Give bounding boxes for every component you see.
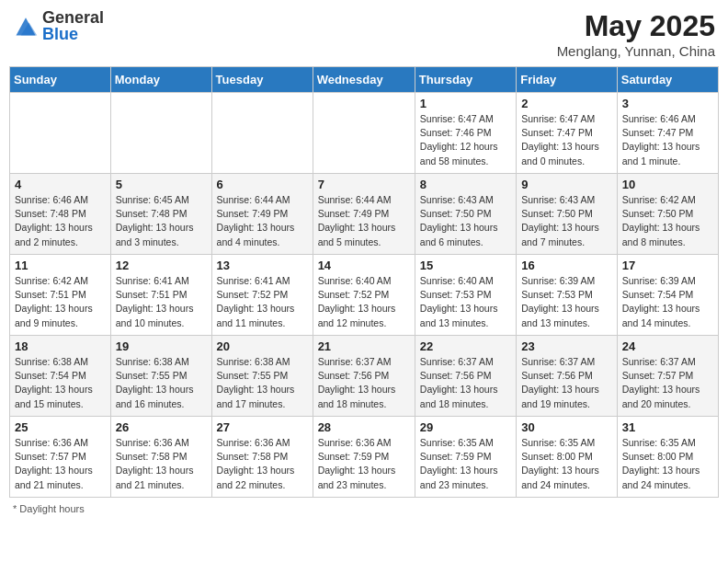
page-header: General Blue May 2025 Menglang, Yunnan, … xyxy=(9,9,719,59)
day-header-friday: Friday xyxy=(517,67,618,93)
calendar-cell: 12Sunrise: 6:41 AMSunset: 7:51 PMDayligh… xyxy=(110,255,211,336)
day-number: 13 xyxy=(217,259,308,272)
calendar-week-row: 18Sunrise: 6:38 AMSunset: 7:54 PMDayligh… xyxy=(10,336,719,417)
day-number: 5 xyxy=(116,178,207,191)
day-number: 19 xyxy=(116,339,207,353)
day-number: 8 xyxy=(420,178,511,191)
day-info: Sunrise: 6:36 AMSunset: 7:57 PMDaylight:… xyxy=(15,436,106,492)
day-info: Sunrise: 6:37 AMSunset: 7:56 PMDaylight:… xyxy=(420,355,511,411)
footer-note-text: Daylight hours xyxy=(19,503,84,514)
day-info: Sunrise: 6:37 AMSunset: 7:56 PMDaylight:… xyxy=(318,355,410,411)
calendar-cell: 5Sunrise: 6:45 AMSunset: 7:48 PMDaylight… xyxy=(110,174,211,255)
day-number: 7 xyxy=(318,178,410,191)
calendar-cell: 21Sunrise: 6:37 AMSunset: 7:56 PMDayligh… xyxy=(313,336,415,417)
calendar-week-row: 4Sunrise: 6:46 AMSunset: 7:48 PMDaylight… xyxy=(10,174,719,255)
day-info: Sunrise: 6:47 AMSunset: 7:46 PMDaylight:… xyxy=(420,112,511,168)
day-header-sunday: Sunday xyxy=(10,67,111,93)
day-header-monday: Monday xyxy=(110,67,211,93)
calendar-cell: 22Sunrise: 6:37 AMSunset: 7:56 PMDayligh… xyxy=(415,336,516,417)
calendar-cell: 2Sunrise: 6:47 AMSunset: 7:47 PMDaylight… xyxy=(517,93,618,174)
calendar-cell: 24Sunrise: 6:37 AMSunset: 7:57 PMDayligh… xyxy=(617,336,718,417)
day-info: Sunrise: 6:42 AMSunset: 7:51 PMDaylight:… xyxy=(15,274,106,330)
day-header-thursday: Thursday xyxy=(415,67,516,93)
day-info: Sunrise: 6:44 AMSunset: 7:49 PMDaylight:… xyxy=(318,193,410,249)
calendar-cell: 15Sunrise: 6:40 AMSunset: 7:53 PMDayligh… xyxy=(415,255,516,336)
calendar-cell: 20Sunrise: 6:38 AMSunset: 7:55 PMDayligh… xyxy=(211,336,313,417)
calendar-cell: 18Sunrise: 6:38 AMSunset: 7:54 PMDayligh… xyxy=(10,336,111,417)
calendar-cell: 6Sunrise: 6:44 AMSunset: 7:49 PMDaylight… xyxy=(211,174,313,255)
day-info: Sunrise: 6:38 AMSunset: 7:55 PMDaylight:… xyxy=(116,355,207,411)
day-info: Sunrise: 6:42 AMSunset: 7:50 PMDaylight:… xyxy=(622,193,713,249)
day-info: Sunrise: 6:41 AMSunset: 7:52 PMDaylight:… xyxy=(217,274,308,330)
day-number: 12 xyxy=(116,259,207,272)
day-number: 14 xyxy=(318,259,410,272)
day-number: 15 xyxy=(420,259,511,272)
day-number: 3 xyxy=(622,97,713,110)
day-header-wednesday: Wednesday xyxy=(313,67,415,93)
day-number: 2 xyxy=(521,97,612,110)
logo-icon xyxy=(13,13,39,39)
calendar-cell: 3Sunrise: 6:46 AMSunset: 7:47 PMDaylight… xyxy=(617,93,718,174)
calendar-cell: 30Sunrise: 6:35 AMSunset: 8:00 PMDayligh… xyxy=(517,417,618,498)
day-number: 9 xyxy=(521,178,612,191)
day-number: 1 xyxy=(420,97,511,110)
location-subtitle: Menglang, Yunnan, China xyxy=(557,43,715,59)
footer-note: * Daylight hours xyxy=(9,503,719,514)
logo: General Blue xyxy=(13,9,104,42)
calendar-cell: 7Sunrise: 6:44 AMSunset: 7:49 PMDaylight… xyxy=(313,174,415,255)
calendar-cell: 17Sunrise: 6:39 AMSunset: 7:54 PMDayligh… xyxy=(617,255,718,336)
day-number: 26 xyxy=(116,420,207,434)
day-info: Sunrise: 6:39 AMSunset: 7:54 PMDaylight:… xyxy=(622,274,713,330)
day-number: 6 xyxy=(217,178,308,191)
calendar-cell: 11Sunrise: 6:42 AMSunset: 7:51 PMDayligh… xyxy=(10,255,111,336)
calendar-cell: 4Sunrise: 6:46 AMSunset: 7:48 PMDaylight… xyxy=(10,174,111,255)
day-info: Sunrise: 6:37 AMSunset: 7:57 PMDaylight:… xyxy=(622,355,713,411)
day-info: Sunrise: 6:36 AMSunset: 7:58 PMDaylight:… xyxy=(217,436,308,492)
calendar-cell: 23Sunrise: 6:37 AMSunset: 7:56 PMDayligh… xyxy=(517,336,618,417)
logo-blue-text: Blue xyxy=(42,25,78,43)
day-info: Sunrise: 6:36 AMSunset: 7:59 PMDaylight:… xyxy=(318,436,410,492)
calendar-week-row: 25Sunrise: 6:36 AMSunset: 7:57 PMDayligh… xyxy=(10,417,719,498)
day-number: 22 xyxy=(420,339,511,353)
day-info: Sunrise: 6:39 AMSunset: 7:53 PMDaylight:… xyxy=(521,274,612,330)
calendar-cell: 8Sunrise: 6:43 AMSunset: 7:50 PMDaylight… xyxy=(415,174,516,255)
day-number: 25 xyxy=(15,420,106,434)
calendar-table: SundayMondayTuesdayWednesdayThursdayFrid… xyxy=(9,66,719,498)
calendar-cell: 19Sunrise: 6:38 AMSunset: 7:55 PMDayligh… xyxy=(110,336,211,417)
day-number: 10 xyxy=(622,178,713,191)
day-info: Sunrise: 6:40 AMSunset: 7:52 PMDaylight:… xyxy=(318,274,410,330)
calendar-cell xyxy=(211,93,313,174)
day-number: 18 xyxy=(15,339,106,353)
month-year-title: May 2025 xyxy=(557,9,715,43)
calendar-cell: 9Sunrise: 6:43 AMSunset: 7:50 PMDaylight… xyxy=(517,174,618,255)
day-number: 20 xyxy=(217,339,308,353)
title-block: May 2025 Menglang, Yunnan, China xyxy=(557,9,715,59)
calendar-cell: 31Sunrise: 6:35 AMSunset: 8:00 PMDayligh… xyxy=(617,417,718,498)
day-info: Sunrise: 6:46 AMSunset: 7:48 PMDaylight:… xyxy=(15,193,106,249)
day-header-saturday: Saturday xyxy=(617,67,718,93)
day-info: Sunrise: 6:35 AMSunset: 8:00 PMDaylight:… xyxy=(622,436,713,492)
day-info: Sunrise: 6:40 AMSunset: 7:53 PMDaylight:… xyxy=(420,274,511,330)
day-info: Sunrise: 6:47 AMSunset: 7:47 PMDaylight:… xyxy=(521,112,612,168)
calendar-cell: 16Sunrise: 6:39 AMSunset: 7:53 PMDayligh… xyxy=(517,255,618,336)
calendar-cell: 1Sunrise: 6:47 AMSunset: 7:46 PMDaylight… xyxy=(415,93,516,174)
day-number: 23 xyxy=(521,339,612,353)
day-number: 21 xyxy=(318,339,410,353)
logo-general-text: General xyxy=(42,8,104,27)
day-number: 31 xyxy=(622,420,713,434)
day-info: Sunrise: 6:38 AMSunset: 7:54 PMDaylight:… xyxy=(15,355,106,411)
day-info: Sunrise: 6:35 AMSunset: 7:59 PMDaylight:… xyxy=(420,436,511,492)
day-number: 30 xyxy=(521,420,612,434)
day-number: 28 xyxy=(318,420,410,434)
calendar-cell: 10Sunrise: 6:42 AMSunset: 7:50 PMDayligh… xyxy=(617,174,718,255)
day-info: Sunrise: 6:43 AMSunset: 7:50 PMDaylight:… xyxy=(420,193,511,249)
day-number: 29 xyxy=(420,420,511,434)
calendar-cell xyxy=(10,93,111,174)
calendar-cell: 13Sunrise: 6:41 AMSunset: 7:52 PMDayligh… xyxy=(211,255,313,336)
calendar-header-row: SundayMondayTuesdayWednesdayThursdayFrid… xyxy=(10,67,719,93)
calendar-cell: 29Sunrise: 6:35 AMSunset: 7:59 PMDayligh… xyxy=(415,417,516,498)
day-info: Sunrise: 6:43 AMSunset: 7:50 PMDaylight:… xyxy=(521,193,612,249)
day-number: 27 xyxy=(217,420,308,434)
calendar-cell: 14Sunrise: 6:40 AMSunset: 7:52 PMDayligh… xyxy=(313,255,415,336)
calendar-week-row: 11Sunrise: 6:42 AMSunset: 7:51 PMDayligh… xyxy=(10,255,719,336)
